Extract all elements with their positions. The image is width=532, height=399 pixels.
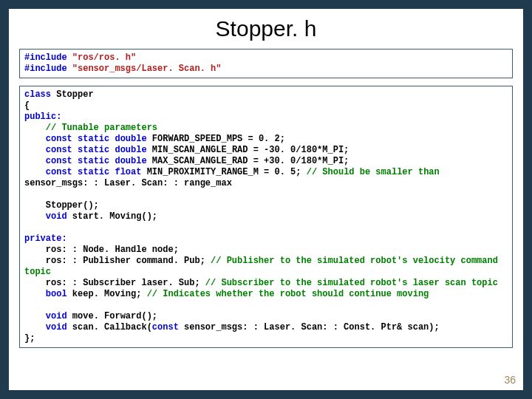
slide-title: Stopper. h bbox=[19, 16, 513, 41]
comment: // Should be smaller than bbox=[307, 167, 440, 177]
code-text: MIN_PROXIMITY_RANGE_M = 0. 5; bbox=[141, 167, 306, 177]
slide: Stopper. h #include "ros/ros. h" #includ… bbox=[0, 0, 532, 399]
keyword: float bbox=[115, 167, 141, 177]
keyword: double bbox=[115, 134, 146, 144]
code-text: start. Moving(); bbox=[67, 211, 157, 222]
include-string: "sensor_msgs/Laser. Scan. h" bbox=[72, 64, 222, 74]
keyword: const bbox=[46, 134, 72, 144]
keyword: bool bbox=[46, 289, 67, 299]
code-text: keep. Moving; bbox=[67, 289, 147, 299]
keyword: double bbox=[115, 145, 146, 155]
page-number: 36 bbox=[504, 374, 516, 386]
comment: // Tunable parameters bbox=[46, 123, 157, 133]
code-text: MIN_SCAN_ANGLE_RAD = -30. 0/180*M_PI; bbox=[147, 145, 349, 155]
keyword: static bbox=[78, 167, 109, 177]
code-text: FORWARD_SPEED_MPS = 0. 2; bbox=[147, 134, 285, 144]
code-text: scan. Callback( bbox=[67, 322, 152, 332]
keyword: void bbox=[46, 311, 67, 321]
code-text: Stopper(); bbox=[24, 200, 99, 211]
keyword: public: bbox=[24, 112, 61, 122]
keyword: double bbox=[115, 156, 146, 166]
keyword: class bbox=[24, 89, 51, 100]
keyword: void bbox=[46, 211, 67, 222]
code-text: ros: : Node. Handle node; bbox=[24, 245, 179, 255]
code-text: sensor_msgs: : Laser. Scan: : Const. Ptr… bbox=[179, 322, 440, 332]
comment: // Subscriber to the simulated robot's l… bbox=[205, 278, 498, 288]
comment: // Indicates whether the robot should co… bbox=[147, 289, 429, 299]
keyword: const bbox=[46, 167, 72, 177]
keyword: static bbox=[78, 145, 109, 155]
class-body-block: class Stopper { public: // Tunable param… bbox=[19, 86, 513, 348]
keyword: private: bbox=[24, 233, 67, 244]
include-string: "ros/ros. h" bbox=[72, 52, 136, 63]
code-text: move. Forward(); bbox=[67, 311, 157, 321]
include-keyword: #include bbox=[24, 52, 67, 63]
keyword: const bbox=[46, 156, 72, 166]
code-text: { bbox=[24, 100, 30, 111]
keyword: static bbox=[78, 156, 109, 166]
keyword: const bbox=[46, 145, 72, 155]
keyword: void bbox=[46, 322, 67, 332]
code-text: MAX_SCAN_ANGLE_RAD = +30. 0/180*M_PI; bbox=[147, 156, 349, 166]
includes-block: #include "ros/ros. h" #include "sensor_m… bbox=[19, 49, 513, 78]
code-text: Stopper bbox=[51, 89, 94, 100]
code-text: ros: : Publisher command. Pub; bbox=[24, 256, 211, 266]
code-text: ros: : Subscriber laser. Sub; bbox=[24, 278, 205, 288]
keyword: static bbox=[78, 134, 109, 144]
code-text: }; bbox=[24, 333, 35, 344]
code-text: sensor_msgs: : Laser. Scan: : range_max bbox=[24, 178, 232, 188]
keyword: const bbox=[152, 322, 179, 332]
include-keyword: #include bbox=[24, 64, 67, 74]
